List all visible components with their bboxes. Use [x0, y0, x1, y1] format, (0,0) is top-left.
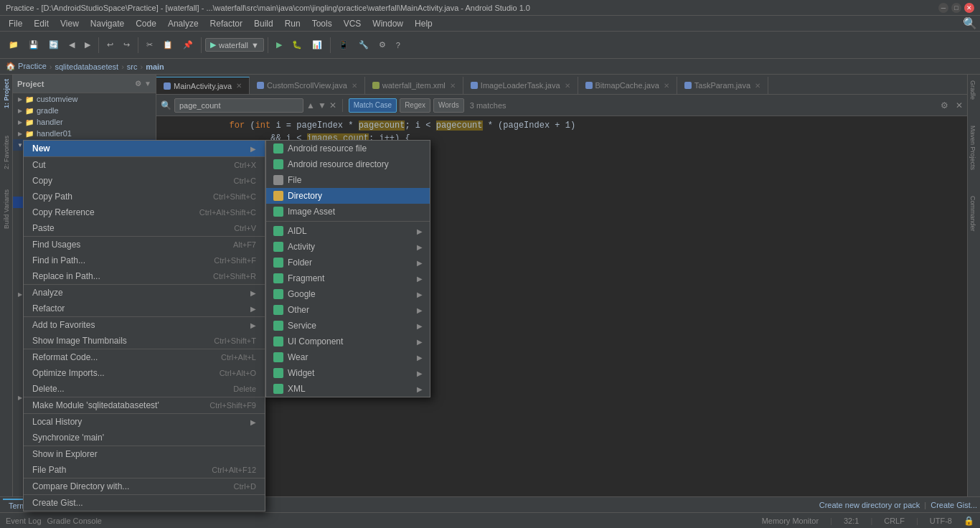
ctx-find-usages[interactable]: Find Usages Alt+F7: [24, 237, 265, 253]
sub-file[interactable]: File: [266, 172, 430, 188]
ctx-show-thumbnails[interactable]: Show Image Thumbnails Ctrl+Shift+T: [24, 333, 265, 349]
sub-aidl[interactable]: AIDL ▶: [266, 223, 430, 239]
sub-activity[interactable]: Activity ▶: [266, 239, 430, 255]
breadcrumb-main[interactable]: main: [146, 62, 164, 71]
search-up-icon[interactable]: ▲: [306, 100, 315, 110]
tab-close-taskparam[interactable]: ✕: [755, 82, 760, 90]
run-config-dropdown[interactable]: ▶ waterfall ▼: [205, 38, 264, 52]
maven-side-tab[interactable]: Maven Projects: [968, 120, 980, 176]
ctx-delete[interactable]: Delete... Delete: [24, 381, 265, 397]
menu-analyze[interactable]: Analyze: [162, 17, 204, 30]
event-log-status[interactable]: Event Log: [6, 517, 42, 525]
project-tab[interactable]: 1: Project: [3, 79, 10, 108]
ctx-optimize[interactable]: Optimize Imports... Ctrl+Alt+O: [24, 365, 265, 381]
commander-side-tab[interactable]: Commander: [968, 190, 980, 237]
memory-monitor-label[interactable]: Memory Monitor: [762, 517, 819, 525]
sub-wear[interactable]: Wear ▶: [266, 349, 430, 365]
file-encoding[interactable]: UTF-8: [930, 517, 952, 525]
ctx-make-module[interactable]: Make Module 'sqlitedatabasetest' Ctrl+Sh…: [24, 397, 265, 413]
ctx-cut[interactable]: Cut Ctrl+X: [24, 157, 265, 173]
help-button[interactable]: ?: [392, 39, 405, 52]
avd-button[interactable]: 📱: [334, 38, 353, 52]
ctx-refactor[interactable]: Refactor ▶: [24, 301, 265, 316]
tab-close-bitmapcache[interactable]: ✕: [664, 82, 669, 90]
sub-ui-component[interactable]: UI Component ▶: [266, 334, 430, 349]
tree-item-handler01[interactable]: ▶ 📁 handler01: [13, 128, 156, 139]
menu-file[interactable]: File: [3, 17, 28, 30]
create-gist-link[interactable]: Create Gist...: [930, 501, 977, 509]
favorites-tab[interactable]: 2: Favorites: [3, 136, 10, 169]
status-lock-icon[interactable]: 🔒: [963, 516, 974, 526]
sub-other[interactable]: Other ▶: [266, 302, 430, 318]
close-button[interactable]: ✕: [964, 3, 974, 13]
sub-fragment[interactable]: Fragment ▶: [266, 270, 430, 286]
menu-view[interactable]: View: [55, 17, 85, 30]
project-settings-icon[interactable]: ⚙: [135, 80, 141, 88]
toolbar-cut-btn[interactable]: ✂: [142, 38, 157, 52]
ctx-paste[interactable]: Paste Ctrl+V: [24, 220, 265, 236]
settings-button[interactable]: ⚙: [374, 38, 390, 52]
sub-folder[interactable]: Folder ▶: [266, 255, 430, 270]
project-gear-icon[interactable]: ▼: [144, 80, 151, 88]
tab-mainactivity[interactable]: MainActivity.java ✕: [156, 77, 250, 94]
menu-navigate[interactable]: Navigate: [85, 17, 130, 30]
tab-close-imageloadertask[interactable]: ✕: [565, 82, 570, 90]
sub-android-resource-dir[interactable]: Android resource directory: [266, 156, 430, 172]
sub-xml[interactable]: XML ▶: [266, 381, 430, 397]
ctx-replace-in-path[interactable]: Replace in Path... Ctrl+Shift+R: [24, 268, 265, 284]
build-variants-tab[interactable]: Build Variants: [3, 189, 10, 229]
toolbar-sync-btn[interactable]: 🔄: [44, 38, 63, 52]
search-panel-close-icon[interactable]: ✕: [956, 100, 963, 110]
words-button[interactable]: Words: [433, 98, 464, 113]
toolbar-open-btn[interactable]: 📁: [4, 38, 23, 52]
toolbar-save-btn[interactable]: 💾: [24, 38, 43, 52]
search-close-icon[interactable]: ✕: [329, 100, 336, 110]
tab-imageloadertask[interactable]: ImageLoaderTask.java ✕: [463, 77, 578, 94]
tree-item-handler[interactable]: ▶ 📁 handler: [13, 116, 156, 128]
toolbar-redo-btn[interactable]: ↪: [119, 38, 134, 52]
gradle-console-status[interactable]: Gradle Console: [47, 517, 102, 525]
ctx-copy-reference[interactable]: Copy Reference Ctrl+Alt+Shift+C: [24, 204, 265, 220]
sub-service[interactable]: Service ▶: [266, 318, 430, 334]
ctx-reformat[interactable]: Reformat Code... Ctrl+Alt+L: [24, 349, 265, 365]
sub-android-resource-file[interactable]: Android resource file: [266, 141, 430, 156]
breadcrumb-sqlitedatabasetest[interactable]: sqlitedatabasetest: [55, 62, 118, 71]
toolbar-paste-btn[interactable]: 📌: [179, 38, 197, 52]
toolbar-undo-btn[interactable]: ↩: [103, 38, 118, 52]
tab-taskparam[interactable]: TaskParam.java ✕: [677, 77, 768, 94]
sub-directory[interactable]: Directory: [266, 188, 430, 204]
ctx-add-favorites[interactable]: Add to Favorites ▶: [24, 317, 265, 333]
create-directory-link[interactable]: Create new directory or pack: [819, 501, 920, 509]
line-ending[interactable]: CRLF: [884, 517, 905, 525]
minimize-button[interactable]: ─: [938, 3, 948, 13]
search-down-icon[interactable]: ▼: [318, 100, 326, 110]
toolbar-copy-btn[interactable]: 📋: [159, 38, 177, 52]
menu-refactor[interactable]: Refactor: [204, 17, 248, 30]
ctx-copy-path[interactable]: Copy Path Ctrl+Shift+C: [24, 189, 265, 204]
menu-edit[interactable]: Edit: [28, 17, 55, 30]
menu-build[interactable]: Build: [248, 17, 279, 30]
toolbar-back-btn[interactable]: ◀: [65, 38, 79, 52]
ctx-copy[interactable]: Copy Ctrl+C: [24, 173, 265, 189]
gradle-side-tab[interactable]: Gradle: [968, 75, 980, 105]
tab-customscrollview[interactable]: CustomScrollView.java ✕: [250, 77, 365, 94]
run-button[interactable]: ▶: [272, 38, 286, 52]
ctx-analyze[interactable]: Analyze ▶: [24, 285, 265, 301]
tab-close-waterfall-item[interactable]: ✕: [450, 82, 456, 90]
toolbar-forward-btn[interactable]: ▶: [80, 38, 95, 52]
debug-button[interactable]: 🐛: [288, 38, 306, 52]
sdk-button[interactable]: 🔧: [354, 38, 373, 52]
breadcrumb-practice[interactable]: 🏠 Practice: [6, 62, 47, 71]
sub-widget[interactable]: Widget ▶: [266, 365, 430, 381]
tree-item-gradle[interactable]: ▶ 📁 gradle: [13, 105, 156, 116]
menu-help[interactable]: Help: [409, 17, 438, 30]
sub-google[interactable]: Google ▶: [266, 286, 430, 302]
ctx-new[interactable]: New ▶: [24, 141, 265, 156]
ctx-compare-dir[interactable]: Compare Directory with... Ctrl+D: [24, 478, 265, 494]
ctx-synchronize[interactable]: Synchronize 'main': [24, 430, 265, 446]
regex-button[interactable]: Regex: [400, 98, 430, 113]
search-input[interactable]: [174, 98, 303, 113]
menu-run[interactable]: Run: [279, 17, 306, 30]
search-settings-icon[interactable]: ⚙: [941, 100, 948, 110]
breadcrumb-src[interactable]: src: [127, 62, 138, 71]
